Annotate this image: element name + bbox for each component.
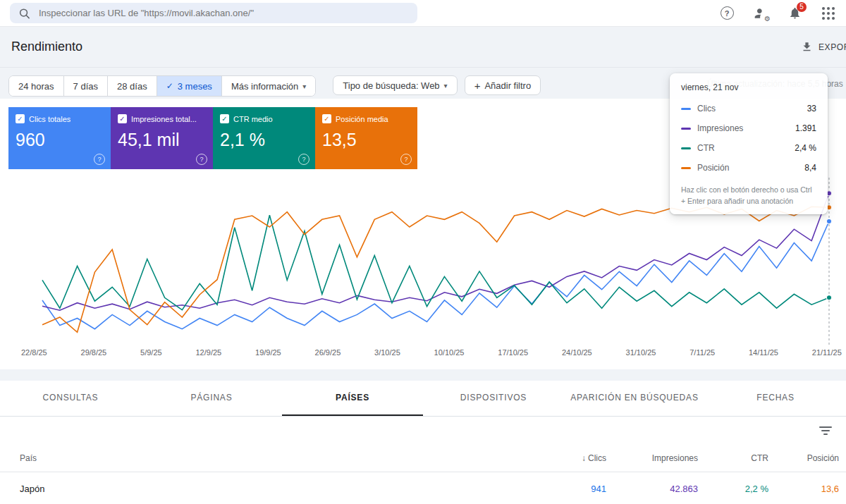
help-icon[interactable]: ? bbox=[719, 6, 735, 21]
apps-grid-icon[interactable] bbox=[821, 6, 836, 21]
filter-chip-24-horas[interactable]: 24 horas bbox=[9, 76, 63, 96]
filter-chip-28-días[interactable]: 28 días bbox=[107, 76, 157, 96]
chevron-down-icon: ▾ bbox=[444, 82, 448, 90]
metric-help-icon[interactable]: ? bbox=[196, 154, 207, 165]
metric-card[interactable]: ✓ CTR medio 2,1 % ? bbox=[213, 107, 315, 169]
check-icon: ✓ bbox=[221, 116, 227, 123]
add-filter-button[interactable]: + Añadir filtro bbox=[465, 75, 541, 95]
column-header-posición[interactable]: Posición bbox=[768, 453, 839, 463]
metric-help-icon[interactable]: ? bbox=[94, 154, 105, 165]
tab-consultas[interactable]: CONSULTAS bbox=[0, 381, 141, 416]
tooltip-metric-value: 1.391 bbox=[795, 123, 816, 133]
cell-posición: 13,6 bbox=[768, 484, 839, 494]
filter-chip-más-información[interactable]: Más información▾ bbox=[221, 76, 315, 96]
x-axis-tick: 24/10/25 bbox=[562, 348, 592, 357]
filter-chip-3-meses[interactable]: ✓3 meses bbox=[157, 76, 221, 96]
table-toolbar bbox=[0, 417, 846, 445]
date-range-group: 24 horas7 días28 días✓3 mesesMás informa… bbox=[8, 75, 316, 97]
search-console-performance-page: ? ⚙ 5 Rendimiento bbox=[0, 0, 846, 504]
dimension-tabs: CONSULTASPÁGINASPAÍSESDISPOSITIVOSAPARIC… bbox=[0, 381, 846, 417]
gear-icon: ⚙ bbox=[764, 16, 771, 23]
metric-help-icon[interactable]: ? bbox=[400, 154, 412, 165]
metric-value: 960 bbox=[16, 130, 104, 150]
tooltip-row: Posición8,4 bbox=[681, 158, 816, 178]
series-line-ctr bbox=[42, 215, 829, 309]
table-header-row: País↓ClicsImpresionesCTRPosición bbox=[0, 445, 846, 472]
metric-card[interactable]: ✓ Posición media 13,5 ? bbox=[315, 107, 417, 169]
tooltip-metric-label: Clics bbox=[697, 104, 716, 113]
tab-dispositivos[interactable]: DISPOSITIVOS bbox=[423, 381, 564, 416]
user-settings-icon[interactable]: ⚙ bbox=[753, 6, 768, 21]
metric-value: 45,1 mil bbox=[118, 130, 206, 150]
x-axis-tick: 10/10/25 bbox=[434, 348, 465, 357]
cell-clics: 941 bbox=[508, 484, 606, 494]
x-axis-tick: 31/10/25 bbox=[626, 348, 656, 357]
tooltip-hint: Haz clic con el botón derecho o usa Ctrl… bbox=[681, 183, 816, 207]
metric-value: 2,1 % bbox=[220, 130, 308, 150]
metric-card[interactable]: ✓ Clics totales 960 ? bbox=[8, 107, 111, 169]
metric-help-icon[interactable]: ? bbox=[298, 154, 309, 165]
query-filter-group: Tipo de búsqueda: Web ▾ + Añadir filtro bbox=[333, 75, 541, 97]
metric-value: 13,5 bbox=[322, 130, 410, 150]
dimensions-table-card: CONSULTASPÁGINASPAÍSESDISPOSITIVOSAPARIC… bbox=[0, 381, 846, 504]
metric-label: Posición media bbox=[336, 115, 388, 123]
page-header: Rendimiento EXPORTAR bbox=[0, 27, 846, 68]
column-header-país[interactable]: País bbox=[20, 453, 508, 463]
table-row[interactable]: Japón94142.8632,2 %13,6 bbox=[0, 472, 846, 504]
x-axis-tick: 7/11/25 bbox=[689, 348, 715, 357]
tooltip-row: Impresiones1.391 bbox=[681, 118, 816, 138]
metric-checkbox[interactable]: ✓ bbox=[118, 114, 127, 123]
series-line-clics bbox=[42, 221, 829, 329]
filter-chip-7-días[interactable]: 7 días bbox=[63, 76, 107, 96]
tooltip-metric-label: CTR bbox=[697, 143, 715, 153]
column-header-ctr[interactable]: CTR bbox=[698, 453, 768, 463]
tab-aparición-en-búsquedas[interactable]: APARICIÓN EN BÚSQUEDAS bbox=[564, 381, 705, 416]
x-axis-tick: 14/11/25 bbox=[749, 348, 778, 357]
tab-países[interactable]: PAÍSES bbox=[282, 381, 423, 416]
check-icon: ✓ bbox=[17, 116, 23, 123]
metric-checkbox[interactable]: ✓ bbox=[322, 114, 331, 123]
metric-label: Clics totales bbox=[29, 115, 70, 123]
notifications-bell-icon[interactable]: 5 bbox=[787, 6, 802, 21]
sort-desc-icon: ↓ bbox=[582, 453, 586, 463]
series-point-ctr bbox=[826, 295, 831, 300]
tooltip-metric-label: Posición bbox=[697, 163, 729, 173]
x-axis-tick: 5/9/25 bbox=[140, 348, 162, 357]
export-button[interactable]: EXPORTAR bbox=[801, 41, 846, 53]
series-line-icon bbox=[681, 147, 691, 149]
search-type-dropdown[interactable]: Tipo de búsqueda: Web ▾ bbox=[333, 75, 457, 95]
url-inspect-input[interactable] bbox=[37, 7, 409, 19]
top-app-bar: ? ⚙ 5 bbox=[0, 0, 846, 27]
column-header-impresiones[interactable]: Impresiones bbox=[606, 453, 698, 463]
column-header-clics[interactable]: ↓Clics bbox=[508, 453, 606, 463]
x-axis-tick: 19/9/25 bbox=[255, 348, 281, 357]
tab-páginas[interactable]: PÁGINAS bbox=[141, 381, 282, 416]
tooltip-date: viernes, 21 nov bbox=[681, 82, 816, 92]
plus-icon: + bbox=[474, 80, 481, 91]
tooltip-metric-label: Impresiones bbox=[697, 123, 743, 133]
x-axis-tick: 21/11/25 bbox=[812, 348, 842, 357]
series-line-icon bbox=[681, 128, 691, 130]
series-point-clics bbox=[826, 219, 831, 224]
cell-país: Japón bbox=[20, 484, 508, 494]
metric-checkbox[interactable]: ✓ bbox=[16, 114, 25, 123]
x-axis-tick: 12/9/25 bbox=[195, 348, 221, 357]
check-icon: ✓ bbox=[119, 116, 125, 123]
cell-impresiones: 42.863 bbox=[606, 484, 698, 494]
url-inspect-box[interactable] bbox=[10, 3, 417, 23]
tooltip-row: Clics33 bbox=[681, 99, 816, 118]
metric-checkbox[interactable]: ✓ bbox=[220, 114, 229, 123]
export-label: EXPORTAR bbox=[819, 42, 846, 52]
metric-card[interactable]: ✓ Impresiones total... 45,1 mil ? bbox=[111, 107, 213, 169]
x-axis-tick: 26/9/25 bbox=[315, 348, 341, 357]
download-icon bbox=[801, 41, 813, 53]
metric-label: CTR medio bbox=[233, 115, 273, 123]
table-body: Japón94142.8632,2 %13,6 bbox=[0, 472, 846, 504]
x-axis-labels: 22/8/2529/8/255/9/2512/9/2519/9/2526/9/2… bbox=[21, 348, 842, 357]
tab-fechas[interactable]: FECHAS bbox=[705, 381, 846, 416]
x-axis-tick: 3/10/25 bbox=[374, 348, 400, 357]
x-axis-tick: 22/8/25 bbox=[21, 348, 47, 357]
filter-list-icon[interactable] bbox=[819, 426, 832, 436]
metric-label: Impresiones total... bbox=[131, 115, 197, 123]
check-icon: ✓ bbox=[324, 116, 329, 123]
